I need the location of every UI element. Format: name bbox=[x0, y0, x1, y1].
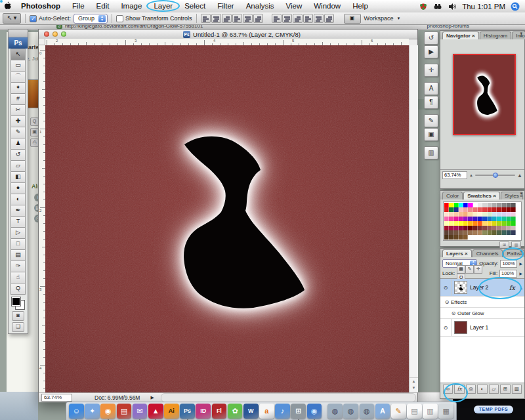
navigator-tab-info[interactable]: Info bbox=[512, 32, 525, 39]
swatch[interactable] bbox=[449, 235, 453, 240]
swatch[interactable] bbox=[459, 226, 463, 230]
swatch[interactable] bbox=[473, 226, 478, 230]
swatch[interactable] bbox=[463, 217, 468, 221]
dock-finder[interactable]: ☺ bbox=[69, 404, 84, 419]
hand-tool[interactable]: ☝ bbox=[10, 272, 26, 283]
collapse-effects-arrow[interactable]: ▴ bbox=[520, 285, 522, 290]
navigator-zoom-field[interactable]: 63.74% bbox=[442, 171, 467, 179]
menu-bar-clock[interactable]: Thu 1:01 PM bbox=[462, 3, 505, 10]
auto-select-checkbox[interactable]: ✓ bbox=[30, 15, 37, 22]
show-transform-controls-checkbox[interactable] bbox=[116, 15, 123, 22]
brush-tool[interactable]: ✎ bbox=[10, 127, 26, 138]
layer-name[interactable]: Layer 2 bbox=[470, 284, 488, 291]
swatch[interactable] bbox=[444, 207, 449, 212]
document-title-bar[interactable]: Ps Untitled-1 @ 63.7% (Layer 2, CMYK/8) bbox=[39, 30, 417, 39]
quick-selection-tool[interactable]: ✦ bbox=[10, 82, 26, 93]
effect-name[interactable]: Outer Glow bbox=[457, 310, 484, 316]
character-panel-icon[interactable]: A bbox=[424, 82, 438, 95]
swatch[interactable] bbox=[449, 221, 453, 226]
swatch[interactable] bbox=[492, 203, 497, 207]
zoom-slider-knob[interactable] bbox=[493, 173, 498, 178]
swatch[interactable] bbox=[497, 203, 501, 207]
visibility-eye-icon[interactable]: ⊙ bbox=[440, 279, 452, 296]
move-tool[interactable]: ↖ bbox=[10, 49, 26, 60]
swatch[interactable] bbox=[482, 221, 487, 226]
swatch[interactable] bbox=[459, 230, 463, 235]
eraser-tool[interactable]: ▱ bbox=[10, 160, 26, 171]
swatch[interactable] bbox=[463, 212, 468, 217]
swatch[interactable] bbox=[511, 203, 516, 207]
layer-row-layer-2[interactable]: ⊙Layer 2fx▴ bbox=[440, 279, 524, 297]
menu-image[interactable]: Image bbox=[115, 0, 148, 12]
swatch[interactable] bbox=[454, 235, 459, 240]
swatch[interactable] bbox=[502, 221, 507, 226]
swatch[interactable] bbox=[511, 226, 516, 230]
swatch[interactable] bbox=[482, 217, 487, 221]
menu-layer[interactable]: Layer bbox=[148, 0, 178, 12]
swatch[interactable] bbox=[473, 221, 478, 226]
swatch[interactable] bbox=[478, 221, 482, 226]
new-layer-icon[interactable]: ⊞ bbox=[500, 385, 510, 394]
slice-tool[interactable]: ✂ bbox=[10, 104, 26, 116]
swatch[interactable] bbox=[478, 212, 482, 217]
dock-acrobat-reader[interactable]: ▲ bbox=[148, 404, 163, 419]
opacity-field[interactable]: 100% bbox=[500, 260, 517, 268]
swatch[interactable] bbox=[488, 230, 492, 235]
fill-field[interactable]: 100% bbox=[499, 270, 517, 278]
swatch[interactable] bbox=[473, 230, 478, 235]
close-window-button[interactable] bbox=[44, 32, 49, 37]
layer-group-icon[interactable]: ▱ bbox=[489, 385, 499, 394]
swatch[interactable] bbox=[454, 203, 459, 207]
layer-fx-badge[interactable]: fx bbox=[509, 284, 515, 291]
navigator-tab-histogram[interactable]: Histogram bbox=[480, 32, 511, 39]
swatch[interactable] bbox=[468, 230, 472, 235]
layer-row-outer-glow[interactable]: ⊙Outer Glow bbox=[440, 308, 524, 319]
dock-photoshop[interactable]: Ps bbox=[180, 404, 195, 419]
history-brush-tool[interactable]: ↺ bbox=[10, 149, 26, 160]
swatch[interactable] bbox=[478, 203, 482, 207]
clone-stamp-tool[interactable]: ♟ bbox=[10, 138, 26, 149]
gradient-tool[interactable]: ◧ bbox=[10, 171, 26, 182]
lasso-tool[interactable]: ⌒ bbox=[10, 71, 26, 82]
swatch[interactable] bbox=[454, 207, 459, 212]
swatch[interactable] bbox=[507, 203, 511, 207]
workspace-dropdown-arrow[interactable]: ▼ bbox=[396, 16, 400, 20]
binoculars-menu-icon[interactable] bbox=[433, 2, 442, 11]
swatch[interactable] bbox=[511, 217, 516, 221]
marquee-tool[interactable]: ▭ bbox=[10, 60, 26, 71]
horizontal-scrollbar[interactable] bbox=[161, 393, 416, 402]
dock-notebook[interactable]: ▤ bbox=[117, 404, 132, 419]
align-horizontal-center-button[interactable] bbox=[243, 14, 253, 23]
swatch[interactable] bbox=[497, 230, 501, 235]
swatch[interactable] bbox=[459, 235, 463, 240]
swatch[interactable] bbox=[454, 212, 459, 217]
dock-indesign[interactable]: ID bbox=[196, 404, 211, 419]
tool-presets-panel-icon[interactable]: ✛ bbox=[424, 64, 438, 77]
shape-tool[interactable]: □ bbox=[10, 238, 26, 249]
swatch[interactable] bbox=[482, 230, 487, 235]
swatch[interactable] bbox=[473, 217, 478, 221]
menu-help[interactable]: Help bbox=[346, 0, 374, 12]
swatch[interactable] bbox=[492, 226, 497, 230]
dock-word[interactable]: W bbox=[243, 404, 259, 419]
pen-tool[interactable]: ✒ bbox=[10, 205, 26, 216]
dock-itunes[interactable]: ♪ bbox=[275, 404, 290, 419]
visibility-eye-icon[interactable]: ⊙ bbox=[450, 308, 457, 318]
swatch[interactable] bbox=[482, 203, 487, 207]
swatch[interactable] bbox=[511, 230, 516, 235]
visibility-eye-icon[interactable]: ⊙ bbox=[443, 297, 451, 307]
swatch[interactable] bbox=[507, 226, 511, 230]
menu-file[interactable]: File bbox=[66, 0, 91, 12]
swatch[interactable] bbox=[449, 226, 453, 230]
swatch[interactable] bbox=[468, 221, 472, 226]
menu-view[interactable]: View bbox=[280, 0, 308, 12]
navigator-proxy-view[interactable] bbox=[453, 54, 516, 135]
swatch[interactable] bbox=[492, 212, 497, 217]
swatch[interactable] bbox=[459, 203, 463, 207]
minimize-window-button[interactable] bbox=[52, 32, 58, 37]
visibility-eye-icon[interactable]: ⊙ bbox=[440, 319, 452, 336]
layer-mask-icon[interactable]: ◎ bbox=[466, 385, 476, 394]
workspace-label[interactable]: Workspace bbox=[364, 15, 394, 22]
vertical-scrollbar[interactable]: ▲▼ bbox=[409, 45, 418, 392]
swatch[interactable] bbox=[511, 221, 516, 226]
